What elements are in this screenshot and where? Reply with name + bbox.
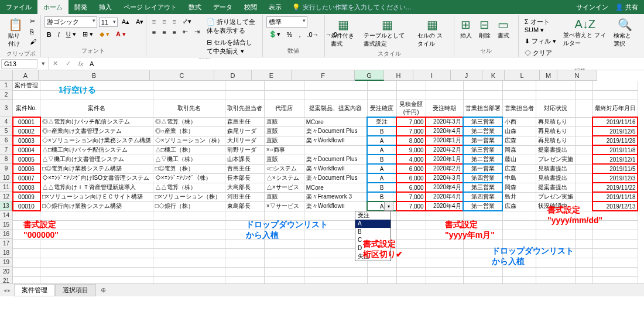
- cell-G11[interactable]: B: [367, 183, 396, 192]
- cell-N5[interactable]: 2019/12/5: [592, 126, 638, 136]
- cell-E13[interactable]: ×▽サービス: [264, 201, 304, 211]
- row-header-13[interactable]: 13: [0, 201, 13, 211]
- cell-K12[interactable]: 島井: [502, 192, 536, 201]
- cell-L5[interactable]: 再見積もり: [536, 126, 575, 136]
- header-M[interactable]: [575, 100, 592, 117]
- cell-A5[interactable]: 00002: [13, 126, 40, 136]
- cell-E7[interactable]: ×○商事: [264, 145, 304, 155]
- header-G[interactable]: 受注確度: [367, 100, 396, 117]
- cancel-icon[interactable]: ✕: [49, 60, 61, 67]
- cell-F5[interactable]: 楽々Document Plus: [304, 126, 367, 136]
- indent-dec-button[interactable]: ⇤: [180, 27, 190, 37]
- cell-J11[interactable]: 第三営業: [463, 183, 502, 192]
- cell-C10[interactable]: ◇×ｴﾝｼﾞﾆｱﾘﾝｸﾞ（株）: [153, 173, 225, 183]
- row-header-3[interactable]: 3: [0, 100, 13, 117]
- menu-tab-開発[interactable]: 開発: [68, 0, 93, 14]
- cell-M11[interactable]: [575, 183, 592, 192]
- cell-K13[interactable]: 広森: [502, 201, 536, 211]
- header-E[interactable]: 代理店: [264, 100, 304, 117]
- col-header-E[interactable]: E: [252, 70, 292, 81]
- cell-K6[interactable]: 広森: [502, 136, 536, 145]
- cell-C6[interactable]: ◇×ソリューション（株）: [153, 136, 225, 145]
- cell-J8[interactable]: 第二営業: [463, 155, 502, 164]
- dropdown-item-A[interactable]: A: [355, 220, 390, 228]
- col-header-D[interactable]: D: [214, 70, 252, 81]
- cell-L12[interactable]: プレゼン実施: [536, 192, 575, 201]
- cell-B4[interactable]: ◎△電算向けバッチ配信システム: [40, 117, 153, 126]
- cell-A12[interactable]: 00009: [13, 192, 40, 201]
- cell-L8[interactable]: プレゼン実施: [536, 155, 575, 164]
- cell-C12[interactable]: □×ソリューション（株）: [153, 192, 225, 201]
- cell-E4[interactable]: 直販: [264, 117, 304, 126]
- cell-H6[interactable]: 8,000: [396, 136, 426, 145]
- cell-G8[interactable]: B: [367, 155, 396, 164]
- find-select-button[interactable]: 🔍検索と 選択: [611, 16, 638, 49]
- cell-E11[interactable]: △×サービス: [264, 183, 304, 192]
- cell-M7[interactable]: [575, 145, 592, 155]
- copy-button[interactable]: ⎘: [28, 27, 39, 36]
- cell-L9[interactable]: 見積書提出: [536, 164, 575, 173]
- cell-D5[interactable]: 森尾リーダ: [225, 126, 264, 136]
- cell-C11[interactable]: △△電算（株）: [153, 183, 225, 192]
- dropdown-item-D[interactable]: D: [355, 244, 390, 252]
- format-as-table-button[interactable]: ▦テーブルとして 書式設定: [361, 16, 413, 49]
- row-header-6[interactable]: 6: [0, 136, 13, 145]
- col-header-A[interactable]: A: [13, 70, 39, 81]
- header-B[interactable]: 案件名: [40, 100, 153, 117]
- conditional-format-button[interactable]: ▦条件付き 書式: [328, 16, 359, 49]
- cell-B11[interactable]: △△電算向けＩＴ資産管理新規導入: [40, 183, 153, 192]
- cell-M9[interactable]: [575, 164, 592, 173]
- sheet-tab-active[interactable]: 案件管理: [14, 284, 55, 296]
- row-header-10[interactable]: 10: [0, 173, 13, 183]
- cell-C13[interactable]: □◇銀行（株）: [153, 201, 225, 211]
- cell-J10[interactable]: 第四営業: [463, 173, 502, 183]
- cell-J6[interactable]: 第一営業: [463, 136, 502, 145]
- row-header-5[interactable]: 5: [0, 126, 13, 136]
- cell-D10[interactable]: 長本部長: [225, 173, 264, 183]
- cell-C7[interactable]: △□機工（株）: [153, 145, 225, 155]
- col-header-M[interactable]: M: [540, 70, 557, 81]
- cell-C8[interactable]: △▽機工（株）: [153, 155, 225, 164]
- col-header-N[interactable]: N: [557, 70, 597, 81]
- cell-E9[interactable]: ○□システム: [264, 164, 304, 173]
- cell-M10[interactable]: [575, 173, 592, 183]
- row-header-7[interactable]: 7: [0, 145, 13, 155]
- cell-J7[interactable]: 第三営業: [463, 145, 502, 155]
- cell-L13[interactable]: 状況確認中: [536, 201, 575, 211]
- row-header-12[interactable]: 12: [0, 192, 13, 201]
- sheet-tab-1[interactable]: 選択項目: [55, 284, 96, 296]
- cell-D7[interactable]: 前野リーダ: [225, 145, 264, 155]
- dropdown-item-B[interactable]: B: [355, 228, 390, 236]
- cell-L6[interactable]: 再見積もり: [536, 136, 575, 145]
- cell-I13[interactable]: 2020年4月: [426, 201, 463, 211]
- cell-N4[interactable]: 2019/11/16: [592, 117, 638, 126]
- cell-K11[interactable]: 岡森: [502, 183, 536, 192]
- row-header-18[interactable]: 18: [0, 248, 13, 258]
- row-header-9[interactable]: 9: [0, 164, 13, 173]
- dropdown-arrow-icon[interactable]: ▾: [384, 201, 393, 211]
- cell-H10[interactable]: 6,000: [396, 173, 426, 183]
- header-J[interactable]: 営業担当部署: [463, 100, 502, 117]
- cell-D6[interactable]: 大川リーダ: [225, 136, 264, 145]
- row-header-11[interactable]: 11: [0, 183, 13, 192]
- cell-M13[interactable]: [575, 201, 592, 211]
- sheet-nav-last[interactable]: ▸: [8, 287, 11, 293]
- cell-I9[interactable]: 2020年2月: [426, 164, 463, 173]
- cell-G6[interactable]: A: [367, 136, 396, 145]
- col-header-J[interactable]: J: [451, 70, 482, 81]
- menu-tab-数式[interactable]: 数式: [183, 0, 207, 14]
- wrap-text-button[interactable]: 📄 折り返して全体を表示する: [204, 16, 259, 36]
- align-top-button[interactable]: ≡: [150, 17, 158, 26]
- cell-N8[interactable]: 2019/12/1: [592, 155, 638, 164]
- menu-tab-校閲[interactable]: 校閲: [238, 0, 263, 14]
- cell-H9[interactable]: 6,000: [396, 164, 426, 173]
- paste-button[interactable]: 📋 貼り付け: [6, 16, 25, 49]
- cell-A7[interactable]: 00004: [13, 145, 40, 155]
- cell-N11[interactable]: 2019/11/22: [592, 183, 638, 192]
- dropdown-item-C[interactable]: C: [355, 236, 390, 244]
- cell-I5[interactable]: 2020年4月: [426, 126, 463, 136]
- menu-tab-ページ レイアウト[interactable]: ページ レイアウト: [118, 0, 183, 14]
- cell-F7[interactable]: [304, 145, 367, 155]
- cell-F9[interactable]: 楽々WorkflowⅡ: [304, 164, 367, 173]
- cell-I11[interactable]: 2020年4月: [426, 183, 463, 192]
